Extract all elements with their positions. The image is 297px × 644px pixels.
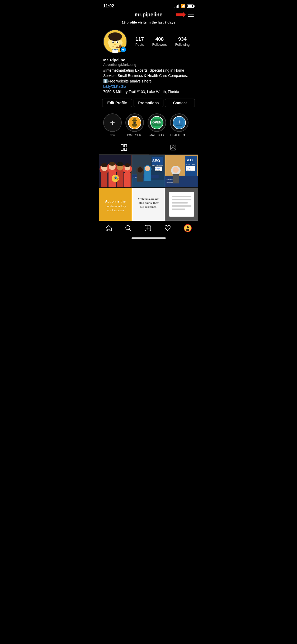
photo-cell-5[interactable]: Problems are not stop signs, they are gu… — [132, 188, 165, 221]
photo-cell-3[interactable]: SEO Rank on Page 1 Google Partner mrpipe… — [165, 155, 198, 187]
svg-point-10 — [114, 44, 116, 45]
svg-point-21 — [134, 122, 136, 124]
highlight-label-health: HEALTHCA... — [170, 134, 188, 137]
seo-conference-svg: SEO Rank on Page 1 Google Partner mrpipe… — [132, 155, 165, 187]
following-stat[interactable]: 934 Following — [175, 36, 190, 47]
svg-rect-38 — [101, 173, 107, 187]
bio-link[interactable]: bit.ly/2LKaGla — [103, 84, 126, 89]
open-sign-icon: OPEN — [150, 116, 163, 129]
photo-cell-4[interactable]: Action is the foundational key to all su… — [99, 188, 132, 221]
svg-point-51 — [117, 162, 124, 166]
profile-section: + 117 Posts 408 Followers 934 Following — [99, 27, 198, 57]
svg-point-35 — [172, 146, 174, 148]
highlight-home-ser[interactable]: HOME SER... — [125, 113, 144, 137]
svg-line-102 — [129, 229, 131, 231]
home-indicator — [99, 234, 198, 242]
nav-add[interactable] — [144, 225, 151, 232]
nav-home[interactable] — [105, 225, 112, 232]
svg-rect-96 — [172, 196, 191, 197]
svg-rect-44 — [124, 173, 131, 187]
svg-text:Rank on Page 1: Rank on Page 1 — [152, 164, 163, 166]
tab-grid[interactable] — [99, 141, 149, 154]
svg-rect-99 — [172, 205, 191, 207]
svg-text:Partner: Partner — [155, 170, 160, 171]
nav-likes[interactable] — [164, 225, 171, 232]
photo-cell-2[interactable]: SEO Rank on Page 1 Google Partner mrpipe… — [132, 155, 165, 187]
following-count: 934 — [175, 36, 190, 42]
bio-cta-text: ⬇️Free website analysis here — [103, 79, 152, 83]
svg-rect-29 — [176, 125, 182, 126]
followers-count: 408 — [152, 36, 167, 42]
svg-text:OPEN: OPEN — [152, 121, 161, 124]
svg-point-3 — [109, 35, 121, 41]
svg-rect-95 — [169, 192, 194, 217]
photo-cell-1[interactable]: 🎭 — [99, 155, 132, 187]
new-highlight-circle: + — [103, 113, 122, 132]
svg-text:🎭: 🎭 — [114, 176, 119, 181]
wrench-icon — [128, 116, 141, 129]
avatar-container[interactable]: + — [103, 30, 127, 53]
photo-6-content — [165, 188, 198, 221]
red-arrow-annotation: ➡ — [176, 8, 186, 21]
svg-text:Problems are not: Problems are not — [138, 197, 159, 200]
highlights-section: + New HOME SER... OPEN SMALL BUS... — [99, 111, 198, 141]
photo-grid: 🎭 SEO Rank on Page 1 Google Partner — [99, 155, 198, 220]
svg-point-16 — [120, 43, 121, 44]
svg-point-107 — [187, 226, 189, 228]
promotions-button[interactable]: Promotions — [134, 99, 163, 107]
home-icon — [105, 225, 112, 232]
photo-4-content: Action is the foundational key to all su… — [99, 188, 132, 221]
svg-point-108 — [186, 229, 189, 231]
svg-text:SEO: SEO — [186, 158, 193, 162]
svg-rect-31 — [124, 145, 127, 147]
bio-section: Mr. Pipeline Advertising/Marketing #Inte… — [99, 57, 198, 98]
svg-rect-100 — [172, 209, 185, 210]
tab-tagged[interactable] — [149, 141, 198, 154]
photo-3-content: SEO Rank on Page 1 Google Partner mrpipe… — [165, 155, 198, 187]
healthca-circle: + — [170, 113, 188, 132]
followers-stat[interactable]: 408 Followers — [152, 36, 167, 47]
home-bar — [131, 237, 166, 239]
svg-text:Google: Google — [155, 168, 160, 169]
svg-point-71 — [145, 166, 150, 171]
posts-count: 117 — [135, 36, 144, 42]
svg-text:Partner: Partner — [187, 169, 191, 171]
contact-button[interactable]: Contact — [165, 99, 195, 107]
visits-count: 19 — [122, 20, 125, 24]
highlight-new[interactable]: + New — [103, 113, 122, 137]
svg-text:to all success: to all success — [107, 209, 124, 212]
nav-search[interactable] — [125, 225, 132, 232]
posts-stat[interactable]: 117 Posts — [135, 36, 144, 47]
svg-point-4 — [108, 41, 110, 44]
followers-label: Followers — [152, 43, 167, 47]
highlight-small-bus[interactable]: OPEN SMALL BUS... — [148, 113, 166, 137]
svg-text:Action is the: Action is the — [105, 199, 126, 203]
svg-point-9 — [117, 42, 118, 43]
svg-point-52 — [125, 163, 130, 167]
svg-point-85 — [173, 167, 179, 173]
svg-point-8 — [112, 42, 114, 43]
nav-profile[interactable] — [184, 224, 192, 232]
highlight-healthca[interactable]: + HEALTHCA... — [170, 113, 188, 137]
plus-icon: + — [110, 118, 115, 128]
edit-profile-button[interactable]: Edit Profile — [102, 99, 132, 107]
doc-photo-svg — [165, 188, 198, 221]
medical-icon: + — [173, 116, 186, 129]
highlight-label-home: HOME SER... — [126, 134, 144, 137]
svg-text:+: + — [177, 119, 181, 125]
photo-cell-6[interactable] — [165, 188, 198, 221]
home-ser-circle — [125, 113, 144, 132]
username: mr.pipeline — [135, 12, 163, 18]
svg-rect-20 — [132, 124, 137, 126]
svg-rect-84 — [173, 174, 179, 183]
visits-text: profile visits in the last 7 days — [125, 20, 175, 24]
highlight-label-new: New — [110, 134, 115, 137]
following-label: Following — [175, 43, 190, 47]
menu-button[interactable] — [188, 13, 194, 17]
add-story-button[interactable]: + — [120, 47, 126, 53]
bio-address: 7950 S Military Trail #103, Lake Worth, … — [103, 90, 179, 94]
seo-booth-svg: SEO Rank on Page 1 Google Partner mrpipe… — [165, 155, 198, 187]
svg-point-5 — [120, 41, 123, 44]
svg-text:foundational key: foundational key — [105, 205, 126, 208]
svg-text:stop signs, they: stop signs, they — [139, 201, 159, 204]
